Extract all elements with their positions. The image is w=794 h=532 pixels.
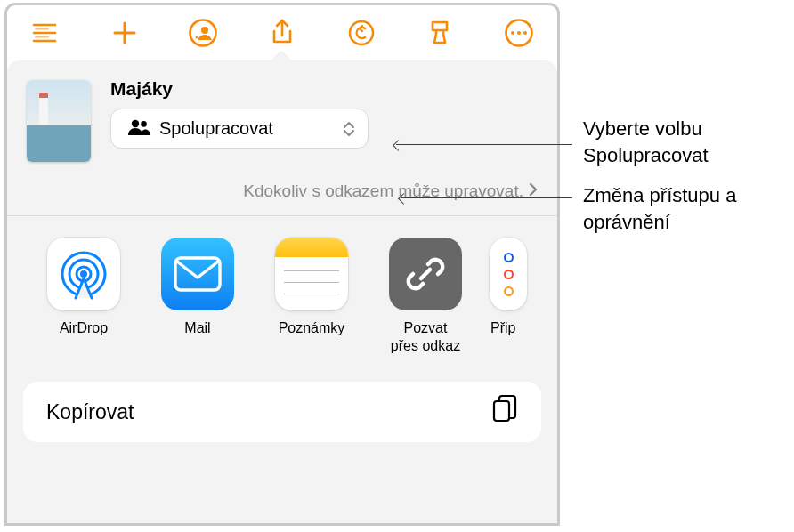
svg-point-15 <box>141 121 147 127</box>
svg-point-9 <box>350 21 373 44</box>
document-thumbnail <box>27 80 91 162</box>
svg-point-12 <box>517 31 521 35</box>
svg-point-13 <box>523 31 527 35</box>
svg-point-19 <box>80 270 87 278</box>
share-target-label: Přip <box>490 319 526 337</box>
airdrop-icon <box>47 238 120 310</box>
share-target-label: AirDrop <box>60 319 108 337</box>
copy-icon <box>491 394 518 430</box>
share-popover: Majáky Spolupracovat Kdokoliv s odkazem … <box>7 60 557 523</box>
callout-collaborate: Vyberte volbu Spolupracovat <box>583 116 788 168</box>
share-target-label: Pozvat přes odkaz <box>391 319 460 355</box>
outline-icon[interactable] <box>30 18 61 48</box>
link-icon <box>389 238 462 310</box>
svg-point-8 <box>201 27 208 34</box>
copy-action-row[interactable]: Kopírovat <box>23 382 541 442</box>
copy-label: Kopírovat <box>46 400 134 424</box>
share-target-overflow[interactable]: Přip <box>482 238 534 355</box>
people-icon <box>127 118 150 140</box>
overflow-app-icon <box>490 238 527 310</box>
svg-rect-21 <box>494 401 509 421</box>
collaborate-person-icon[interactable] <box>188 18 218 48</box>
svg-point-11 <box>511 31 514 35</box>
add-icon[interactable] <box>109 18 140 48</box>
chevron-updown-icon <box>341 122 357 136</box>
collaborate-mode-button[interactable]: Spolupracovat <box>110 109 369 149</box>
undo-icon[interactable] <box>346 18 377 48</box>
share-target-notes[interactable]: Poznámky <box>255 238 369 355</box>
popover-caret <box>271 50 292 60</box>
callout-access: Změna přístupu a oprávnění <box>583 182 792 235</box>
share-targets-row: AirDrop Mail Poznámky <box>7 216 557 366</box>
share-target-label: Poznámky <box>279 319 345 337</box>
access-permissions-row[interactable]: Kdokoliv s odkazem může upravovat. <box>7 171 557 215</box>
share-target-label: Mail <box>184 319 210 337</box>
mail-icon <box>161 238 234 310</box>
notes-icon <box>275 238 348 310</box>
more-icon[interactable] <box>504 18 534 48</box>
share-target-mail[interactable]: Mail <box>141 238 255 355</box>
svg-point-14 <box>132 119 139 126</box>
svg-rect-20 <box>175 258 220 290</box>
callout-leader <box>401 197 572 198</box>
share-sheet-panel: Majáky Spolupracovat Kdokoliv s odkazem … <box>4 3 560 526</box>
share-icon[interactable] <box>267 18 297 48</box>
share-target-invite-link[interactable]: Pozvat přes odkaz <box>369 238 482 355</box>
callout-leader <box>396 144 572 145</box>
share-target-airdrop[interactable]: AirDrop <box>27 238 141 355</box>
document-title: Majáky <box>110 78 538 100</box>
collaborate-mode-label: Spolupracovat <box>150 118 341 139</box>
format-brush-icon[interactable] <box>425 18 455 48</box>
